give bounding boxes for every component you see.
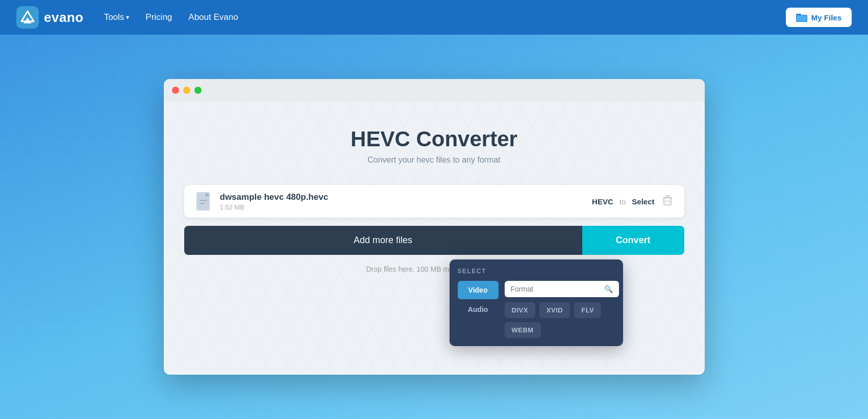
browser-titlebar [164, 79, 705, 101]
format-search-input[interactable] [511, 285, 600, 293]
svg-rect-10 [664, 198, 671, 205]
convert-button[interactable]: Convert [582, 226, 684, 255]
format-select-button[interactable]: Select [632, 197, 654, 206]
file-row: dwsample hevc 480p.hevc 1.52 MB HEVC to … [184, 185, 684, 218]
tab-video[interactable]: Video [458, 281, 499, 299]
navbar: evano Tools ▾ Pricing About Evano My Fil… [0, 0, 868, 35]
file-name: dwsample hevc 480p.hevc [220, 192, 592, 202]
nav-links: Tools ▾ Pricing About Evano [104, 12, 786, 22]
main-background: HEVC Converter Convert your hevc files t… [0, 35, 868, 419]
my-files-button[interactable]: My Files [786, 8, 852, 27]
delete-file-button[interactable] [661, 193, 674, 210]
window-maximize-dot[interactable] [194, 87, 202, 94]
format-search-container: 🔍 [505, 281, 619, 297]
window-minimize-dot[interactable] [183, 87, 190, 94]
svg-rect-12 [666, 196, 669, 198]
logo-icon [16, 6, 39, 29]
file-controls: HEVC to Select [592, 193, 674, 210]
format-xvid-button[interactable]: XVID [539, 302, 570, 318]
browser-content: HEVC Converter Convert your hevc files t… [164, 101, 705, 372]
select-formats: 🔍 DIVX XVID FLV WEBM [505, 281, 619, 338]
format-buttons: DIVX XVID FLV WEBM [505, 302, 619, 338]
trash-icon [663, 195, 672, 205]
logo-text: evano [44, 10, 84, 25]
folder-icon [796, 13, 807, 22]
pricing-link[interactable]: Pricing [145, 12, 172, 22]
tools-chevron-icon: ▾ [126, 14, 129, 21]
file-info: dwsample hevc 480p.hevc 1.52 MB [220, 192, 592, 211]
logo[interactable]: evano [16, 6, 84, 29]
about-link[interactable]: About Evano [188, 12, 238, 22]
file-size: 1.52 MB [220, 203, 592, 211]
select-tabs: Video Audio [458, 281, 499, 338]
format-flv-button[interactable]: FLV [574, 302, 601, 318]
svg-rect-5 [797, 15, 807, 21]
select-body: Video Audio 🔍 DIVX XVID FLV WEBM [458, 281, 615, 338]
action-bar: Add more files Convert [184, 226, 684, 255]
page-subtitle: Convert your hevc files to any format [184, 155, 684, 165]
add-files-button[interactable]: Add more files [184, 226, 582, 255]
format-to-separator: to [619, 197, 626, 206]
select-dropdown: SELECT Video Audio 🔍 DIVX XVID [450, 259, 623, 346]
format-from: HEVC [592, 197, 613, 206]
format-webm-button[interactable]: WEBM [505, 322, 541, 338]
select-header: SELECT [458, 268, 615, 275]
tab-audio[interactable]: Audio [458, 300, 499, 319]
window-close-dot[interactable] [172, 87, 179, 94]
browser-window: HEVC Converter Convert your hevc files t… [164, 79, 705, 375]
page-title: HEVC Converter [184, 127, 684, 151]
format-divx-button[interactable]: DIVX [505, 302, 535, 318]
search-icon: 🔍 [604, 285, 613, 293]
file-icon [194, 191, 212, 212]
tools-link[interactable]: Tools ▾ [104, 12, 130, 22]
